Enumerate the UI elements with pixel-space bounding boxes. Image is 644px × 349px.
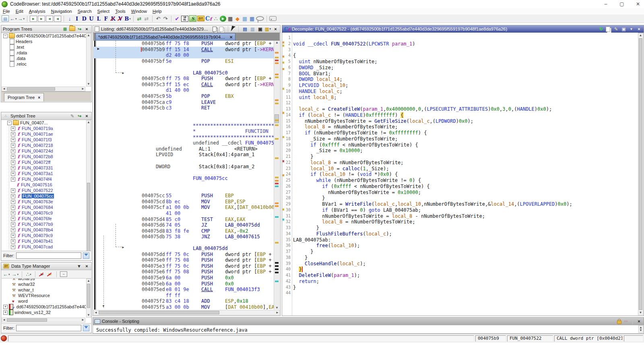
listing-row[interactable]: 004075cbc3RET	[93, 105, 275, 111]
comment-icon[interactable]	[269, 16, 277, 21]
symbol-tree-item[interactable]: +fFUN_00407b41	[9, 238, 86, 244]
snapshot-icon[interactable]: ▣	[257, 26, 263, 32]
decompile-line[interactable]: nNumberOfBytesToWrite = local_8 - nNumbe…	[293, 213, 485, 219]
decompile-line[interactable]: }	[293, 225, 319, 231]
script-manager-icon[interactable]: S	[189, 15, 196, 22]
symbol-tree-item[interactable]: +fFUN_0040724d	[9, 148, 86, 154]
decompile-line[interactable]: }	[293, 285, 296, 291]
listing-row[interactable]: 004075e96a 00PUSH0x0	[93, 275, 275, 281]
decompile-header[interactable]: Cf Decompile: FUN_00407522 - (dd67459250…	[282, 25, 644, 33]
redo-icon[interactable]: ↷	[162, 15, 169, 22]
decompile-line[interactable]: }	[293, 154, 314, 160]
forward-icon[interactable]: →▾	[18, 15, 25, 22]
toolbar-menu-icon[interactable]: ▥▾	[265, 26, 271, 32]
decompile-line[interactable]: DeleteFileW(param_1);	[293, 273, 360, 279]
refresh-icon[interactable]: ↻	[598, 26, 604, 32]
function-graph-icon[interactable]: ∴	[213, 15, 219, 22]
decompile-line[interactable]: if (local_10 != (void *)0x0) {	[293, 171, 398, 178]
symbol-tree-item[interactable]: +fFUN_00407cad	[9, 244, 86, 250]
maximize-button[interactable]: ▢	[619, 1, 625, 7]
copy-icon[interactable]	[606, 27, 610, 32]
menu-tools[interactable]: Tools	[112, 8, 128, 14]
decompile-line[interactable]: local_8 = nNumberOfBytesToWrite;	[293, 219, 415, 225]
listing-row[interactable]: ****************************************…	[93, 123, 275, 129]
decompile-line[interactable]: BOOL BVar1;	[293, 71, 331, 77]
decompile-line[interactable]: LAB_004075ab:	[293, 237, 331, 243]
decompile-line[interactable]: if (0xffff < nNumberOfBytesToWrite) {	[293, 184, 430, 190]
decompile-line[interactable]: if (0xffff < nNumberOfBytesToWrite) {	[293, 142, 418, 148]
listing-row[interactable]: ****************************************…	[93, 134, 275, 140]
tab-close-icon[interactable]: ×	[38, 95, 40, 100]
listing-row[interactable]: LPVOIDStack[0x4]:4param_1	[93, 152, 275, 158]
dtm-item[interactable]: ♥word	[2, 298, 86, 304]
symbol-tree-item[interactable]: +fFUN_004072b8	[9, 154, 86, 159]
symbol-tree-item[interactable]: +fFUN_004078b4	[9, 227, 86, 233]
decompile-line[interactable]: LPCVOID local_10;	[293, 83, 348, 89]
run-script-icon[interactable]: ▶	[220, 16, 226, 22]
program-trees-header[interactable]: Program Trees ⊞↪×	[1, 25, 91, 33]
decompile-view[interactable]: 12void __cdecl FUN_00407522(LPCWSTR para…	[283, 33, 638, 315]
filter-icon[interactable]	[83, 252, 89, 259]
markup-l-icon[interactable]: L	[95, 15, 102, 22]
decompile-line[interactable]: nNumberOfBytesToWrite = GetFileSize(loca…	[293, 118, 473, 124]
menu-arrow-icon[interactable]: ▼	[76, 263, 82, 269]
dtm-forward-icon[interactable]: →▾	[12, 271, 19, 278]
symbol-tree-item[interactable]: +fFUN_004074f4	[9, 176, 86, 182]
listing-row[interactable]: DWORDStack[0x8]:4param_2	[93, 164, 275, 170]
decompiler-icon[interactable]: Cf	[205, 15, 212, 22]
listing-row[interactable]: 004075e6ff 75 08PUSHdword ptr [EBP + par…	[93, 269, 275, 275]
listing-row[interactable]	[93, 181, 275, 187]
clear-icon[interactable]: ✏	[623, 318, 629, 324]
program-out-icon[interactable]: ◀	[54, 16, 61, 22]
decompile-line[interactable]: uint nNumberOfBytesToWrite;	[293, 59, 378, 65]
program-tree-vscrollbar[interactable]: ▲▼	[86, 33, 91, 87]
decompile-line[interactable]: local_8 = nNumberOfBytesToWrite;	[293, 160, 404, 166]
go-down-icon[interactable]: ↓	[66, 15, 73, 22]
listing-row[interactable]: 004075cc55PUSHEBP	[93, 193, 275, 199]
listing-row[interactable]: 004075cac9LEAVE	[93, 99, 275, 105]
dtm-collapse-all-icon[interactable]: −	[60, 271, 67, 277]
menu-arrow-icon[interactable]: ▼	[628, 26, 634, 32]
tab-close-icon[interactable]: ✕	[229, 35, 233, 39]
symbol-tree-item[interactable]: +fFUN_004077b9	[9, 221, 86, 227]
close-icon[interactable]: ×	[636, 26, 642, 32]
listing-row[interactable]: d1 40 00	[93, 87, 275, 93]
listing-row[interactable]: 004075c0ff 75 08PUSHdword ptr [EBP + par…	[93, 76, 275, 82]
decompile-line[interactable]: BVar1 = WriteFile(local_c,local_10,nNumb…	[293, 201, 572, 207]
markup-k-icon[interactable]: K	[110, 15, 116, 22]
dtm-vscrollbar[interactable]: ▲▼	[86, 279, 91, 318]
decompile-line[interactable]: nNumberOfBytesToWrite = 0x10000;	[293, 190, 421, 196]
symbol-tree-vscrollbar[interactable]: ▲▼	[86, 120, 91, 251]
export-icon[interactable]: ↪	[76, 26, 83, 32]
dtm-header[interactable]: DT Data Type Manager ▼×	[1, 262, 91, 270]
decompile-line[interactable]: if (local_c != (HANDLE)0xffffffff) {	[293, 112, 404, 118]
symbol-tree-item[interactable]: +fFUN_0040763e	[9, 199, 86, 204]
symbol-tree-item[interactable]: +fFUN_00407684	[9, 204, 86, 210]
minimize-button[interactable]: –	[603, 1, 609, 7]
listing-row[interactable]	[93, 111, 275, 117]
decompile-line[interactable]: _Size = 0x10000;	[293, 148, 363, 154]
decompile-line[interactable]: return;	[293, 279, 319, 285]
listing-marker-scrollbar[interactable]: ▲ ▼	[274, 41, 280, 310]
program-tree-item[interactable]: .reloc	[2, 61, 86, 67]
diff-view-icon[interactable]: ▥	[250, 26, 256, 32]
decompile-line[interactable]: free(local_10);	[293, 243, 360, 249]
console-vscrollbar[interactable]: ▲▼	[638, 325, 643, 333]
markup-b-icon[interactable]: B▾	[124, 15, 131, 22]
dtm-layout-icon[interactable]: ∴▾	[25, 271, 32, 278]
markup-i-icon[interactable]: I	[74, 15, 80, 22]
dtm-item[interactable]: +windows_vs12_32	[2, 310, 86, 315]
copy-icon[interactable]	[213, 27, 217, 32]
undo-icon[interactable]: ↶	[155, 15, 161, 22]
symbol-tree-header[interactable]: ∴ Symbol Tree ✎↪×	[1, 112, 91, 120]
decompile-line[interactable]: DWORD _Size;	[293, 65, 334, 71]
menu-search[interactable]: Search	[75, 8, 95, 14]
symbol-tree-item[interactable]: +fFUN_0040719a	[9, 126, 86, 131]
close-icon[interactable]: ×	[84, 113, 90, 119]
dtm-filter-input[interactable]	[16, 325, 82, 331]
decompile-line[interactable]: }	[293, 195, 325, 201]
program-tree-item[interactable]: .text	[2, 44, 86, 50]
symbol-folder[interactable]: − FUN_00407...	[2, 120, 86, 126]
symbol-tree-item[interactable]: +fFUN_004079c9	[9, 233, 86, 238]
symbol-tree-item[interactable]: +fFUN_004075cc	[9, 193, 86, 199]
